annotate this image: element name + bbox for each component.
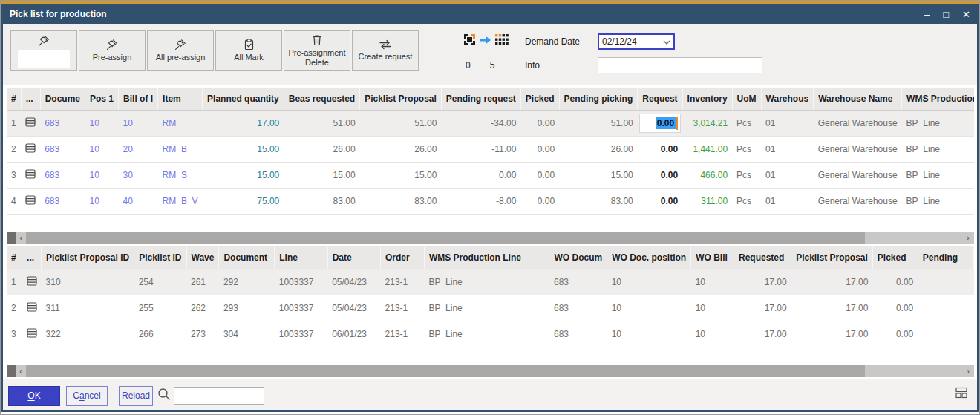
minimize-button[interactable]: –	[924, 10, 930, 19]
info-input[interactable]	[598, 57, 762, 73]
all-pre-assign-button[interactable]: All pre-assign	[147, 30, 214, 71]
cell-bill[interactable]: 40	[119, 188, 158, 214]
column-header-picked[interactable]: Picked	[872, 246, 918, 269]
wms-line-dropdown[interactable]: BP_Line	[902, 162, 974, 188]
column-header-line[interactable]: Line	[275, 246, 327, 269]
row-details-icon[interactable]	[21, 162, 40, 188]
column-header-date[interactable]: Date	[327, 246, 380, 269]
form-settings-icon[interactable]	[956, 387, 968, 402]
column-header-document[interactable]: Document	[219, 246, 275, 269]
column-header-order[interactable]: Order	[381, 246, 425, 269]
pre-assignment-delete-button[interactable]: Pre-assignment Delete	[284, 30, 350, 71]
request-editor[interactable]: 0.00	[639, 114, 681, 133]
row-details-icon[interactable]	[21, 136, 40, 162]
cell-document[interactable]: 683	[40, 136, 85, 162]
column-header-picklist_id[interactable]: Picklist ID	[134, 246, 186, 269]
scrollbar-thumb[interactable]	[26, 365, 865, 377]
column-header-request[interactable]: Request	[638, 88, 682, 110]
proposals-hscrollbar[interactable]: ‹ ›	[7, 365, 974, 377]
scroll-left-icon[interactable]: ‹	[16, 232, 26, 244]
table-row[interactable]: 3322266273304100333706/01/23213-1BP_Line…	[7, 321, 974, 347]
title-bar[interactable]: Pick list for production – □ ✕	[1, 4, 979, 24]
cell-document[interactable]: 683	[40, 110, 85, 136]
cell-pos[interactable]: 10	[85, 136, 119, 162]
close-button[interactable]: ✕	[962, 10, 970, 19]
table-row[interactable]: 2311255262293100333705/04/23213-1BP_Line…	[7, 295, 974, 321]
column-header-ppid[interactable]: Picklist Proposal ID	[42, 246, 134, 269]
table-row[interactable]: 1310254261292100333705/04/23213-1BP_Line…	[7, 269, 974, 295]
pin-button[interactable]	[10, 30, 77, 71]
scrollbar-home-button[interactable]	[7, 365, 16, 377]
column-header-beas_requested[interactable]: Beas requested	[284, 88, 359, 110]
cell-pos[interactable]: 10	[85, 110, 119, 136]
column-header-wo_doc[interactable]: WO Docum	[549, 246, 607, 269]
column-header-bill[interactable]: Bill of I	[119, 88, 158, 110]
cell-pos[interactable]: 10	[85, 188, 119, 214]
pre-assign-button[interactable]: Pre-assign	[79, 30, 146, 71]
column-header-picked[interactable]: Picked	[520, 88, 559, 110]
scrollbar-track[interactable]	[865, 232, 962, 244]
cell-pos[interactable]: 10	[85, 162, 119, 188]
request-cell[interactable]: 0.00	[638, 188, 682, 214]
column-header-item[interactable]: Item	[158, 88, 203, 110]
column-header-num[interactable]: #	[7, 88, 21, 110]
column-header-pending_picking[interactable]: Pending picking	[559, 88, 638, 110]
row-details-icon[interactable]	[22, 295, 42, 321]
column-header-pending_request[interactable]: Pending request	[441, 88, 520, 110]
cell-document[interactable]: 683	[40, 162, 85, 188]
scrollbar-track[interactable]	[865, 365, 962, 377]
column-header-uom[interactable]: UoM	[732, 88, 761, 110]
column-header-warehouse[interactable]: Warehous	[761, 88, 814, 110]
table-row[interactable]: 46831040RM_B_V75.0083.0083.00-8.000.0083…	[7, 188, 974, 214]
column-header-wms_line[interactable]: WMS Production Line	[902, 88, 974, 110]
cell-document[interactable]: 683	[40, 188, 85, 214]
wms-line-dropdown[interactable]: BP_Line	[902, 188, 974, 214]
cell-bill[interactable]: 10	[119, 110, 158, 136]
ok-button[interactable]: OK	[8, 386, 60, 406]
table-row[interactable]: 36831030RM_S15.0015.0015.000.000.0015.00…	[7, 162, 974, 188]
wms-line-dropdown[interactable]: BP_Line	[902, 110, 974, 136]
request-cell[interactable]: 0.00	[638, 136, 682, 162]
scrollbar-home-button[interactable]	[7, 232, 16, 244]
column-header-pending[interactable]: Pending	[918, 246, 973, 269]
column-header-wms_line[interactable]: WMS Production Line	[424, 246, 549, 269]
cell-bill[interactable]: 20	[119, 136, 158, 162]
column-header-picklist_proposal[interactable]: Picklist Proposal	[360, 88, 442, 110]
row-details-icon[interactable]	[21, 110, 40, 136]
row-details-icon[interactable]	[22, 269, 42, 295]
reload-button[interactable]: Reload	[119, 386, 153, 406]
request-cell[interactable]: 0.00	[638, 110, 682, 136]
row-details-icon[interactable]	[22, 321, 42, 347]
all-mark-button[interactable]: All Mark	[215, 30, 282, 71]
chevron-down-icon[interactable]	[663, 36, 670, 47]
demand-date-combo[interactable]: 02/12/24	[598, 33, 675, 50]
scrollbar-thumb[interactable]	[26, 232, 865, 244]
column-header-picklist_proposal[interactable]: Picklist Proposal	[791, 246, 873, 269]
items-hscrollbar[interactable]: ‹ ›	[7, 232, 974, 244]
column-header-requested[interactable]: Requested	[734, 246, 791, 269]
column-header-warehouse_name[interactable]: Warehouse Name	[814, 88, 902, 110]
cell-item[interactable]: RM_B	[158, 136, 203, 162]
pin-number-input[interactable]	[18, 50, 70, 68]
maximize-button[interactable]: □	[943, 10, 949, 19]
scroll-right-icon[interactable]: ›	[962, 365, 974, 377]
cancel-button[interactable]: Cancel	[66, 386, 108, 406]
cell-bill[interactable]: 30	[119, 162, 158, 188]
column-header-wo_pos[interactable]: WO Doc. position	[607, 246, 691, 269]
column-header-planned[interactable]: Planned quantity	[203, 88, 284, 110]
row-details-icon[interactable]	[21, 188, 40, 214]
table-row[interactable]: 16831010RM17.0051.0051.00-34.000.0051.00…	[7, 110, 974, 136]
search-input[interactable]	[174, 387, 264, 405]
column-header-document[interactable]: Docume	[40, 88, 85, 110]
scroll-right-icon[interactable]: ›	[962, 232, 974, 244]
cell-item[interactable]: RM	[158, 110, 203, 136]
column-header-wo_bill[interactable]: WO Bill	[691, 246, 734, 269]
column-header-inventory[interactable]: Inventory	[682, 88, 732, 110]
column-header-icon[interactable]: ...	[21, 88, 40, 110]
column-header-pos[interactable]: Pos 1	[85, 88, 119, 110]
cell-item[interactable]: RM_B_V	[158, 188, 203, 214]
table-row[interactable]: 26831020RM_B15.0026.0026.00-11.000.0026.…	[7, 136, 974, 162]
cell-item[interactable]: RM_S	[158, 162, 203, 188]
create-request-button[interactable]: Create request	[352, 30, 419, 71]
wms-line-dropdown[interactable]: BP_Line	[902, 136, 974, 162]
